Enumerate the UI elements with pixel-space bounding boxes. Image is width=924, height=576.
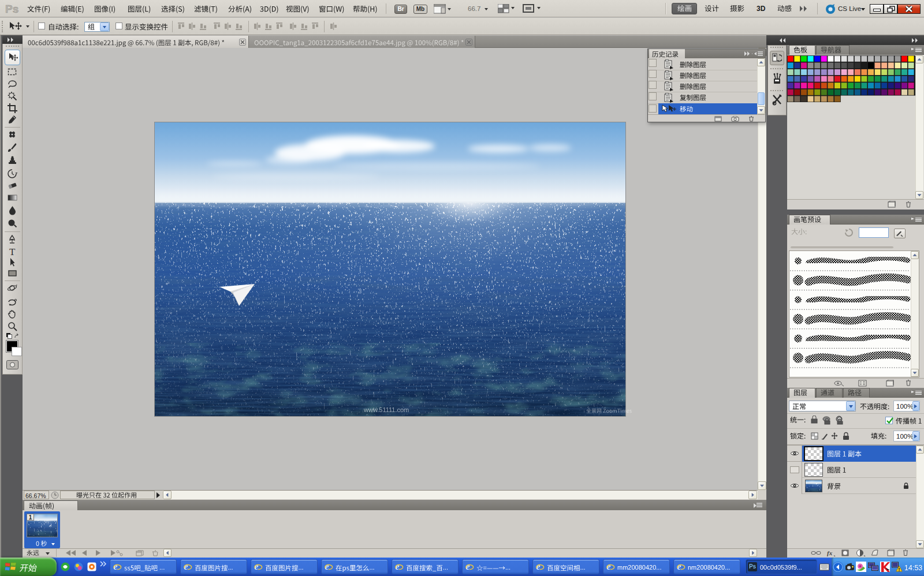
svg-text:fx: fx [827, 549, 833, 556]
